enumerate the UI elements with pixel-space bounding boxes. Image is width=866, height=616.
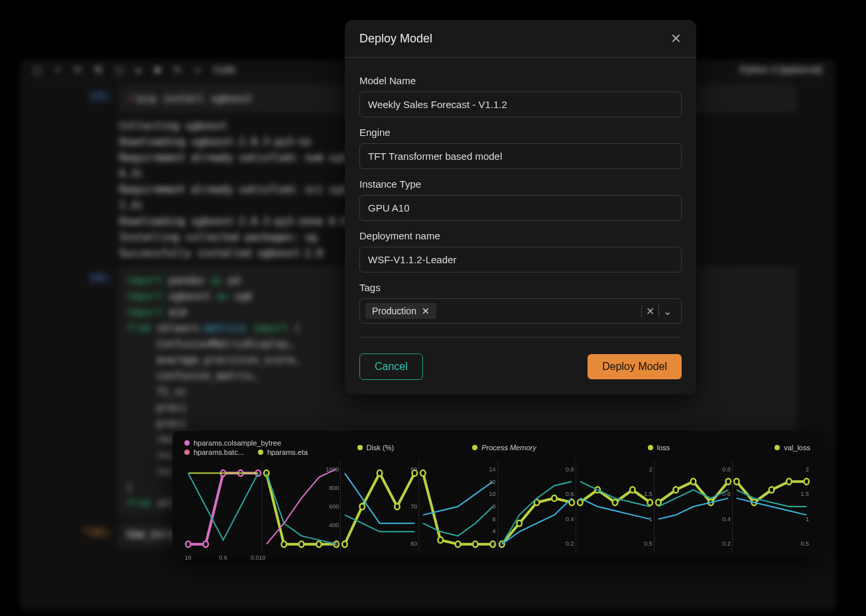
cell-prompt: [3]: xyxy=(73,86,113,261)
kernel-indicator[interactable]: Python 3 (ipykernel) xyxy=(739,64,822,75)
svg-point-6 xyxy=(282,541,286,547)
svg-point-16 xyxy=(438,537,443,543)
clear-tags-icon[interactable]: ✕ xyxy=(641,305,658,318)
svg-point-38 xyxy=(786,479,791,485)
chart-panel: 160.60.019 xyxy=(184,460,262,553)
code-dropdown[interactable]: Code xyxy=(213,64,235,75)
svg-point-17 xyxy=(456,541,460,547)
restart-icon[interactable]: ↻ xyxy=(174,64,182,75)
chart-panel: 21.510.5 xyxy=(576,460,654,553)
chart-panel: 21.510.5 xyxy=(732,460,810,553)
svg-point-23 xyxy=(552,495,556,501)
chart-panel: 807060 xyxy=(340,460,418,553)
cut-icon[interactable]: ✕ xyxy=(74,64,82,75)
svg-point-7 xyxy=(299,541,304,547)
svg-point-30 xyxy=(656,499,660,505)
svg-point-11 xyxy=(360,504,365,510)
instance-type-label: Instance Type xyxy=(359,178,682,190)
cell-prompt: [4]: xyxy=(73,268,113,516)
deployment-name-label: Deployment name xyxy=(359,230,682,241)
paste-icon[interactable]: ▢ xyxy=(115,64,123,75)
chart-panel: 1412108642 xyxy=(418,460,497,553)
cell-prompt: *[6]: xyxy=(73,523,113,548)
save-icon[interactable]: ▢ xyxy=(33,64,42,75)
svg-point-37 xyxy=(769,487,774,493)
svg-point-35 xyxy=(734,479,739,485)
tags-input[interactable]: Production ✕ ✕ ⌄ xyxy=(359,298,682,324)
svg-point-1 xyxy=(203,541,208,547)
svg-point-10 xyxy=(342,541,347,547)
chart-panel: 0.80.60.40.2 xyxy=(497,460,576,553)
svg-point-8 xyxy=(316,541,321,547)
svg-point-32 xyxy=(691,479,696,485)
copy-icon[interactable]: ⧉ xyxy=(95,64,101,75)
svg-point-0 xyxy=(186,541,190,547)
svg-point-34 xyxy=(725,479,730,485)
chart-panel: 0.80.60.40.2 xyxy=(654,460,732,553)
svg-point-27 xyxy=(612,499,617,505)
svg-point-28 xyxy=(630,487,635,493)
deployment-name-input[interactable] xyxy=(359,247,682,273)
stop-icon[interactable]: ■ xyxy=(155,64,160,75)
model-name-label: Model Name xyxy=(359,75,682,86)
svg-point-5 xyxy=(264,470,269,476)
svg-point-29 xyxy=(647,499,652,505)
chart-panel: 1000800600400200 xyxy=(262,460,340,553)
deploy-button[interactable]: Deploy Model xyxy=(588,354,682,379)
engine-input[interactable] xyxy=(359,143,682,169)
close-icon[interactable]: ✕ xyxy=(670,31,682,46)
modal-title: Deploy Model xyxy=(359,32,432,46)
svg-point-15 xyxy=(420,470,425,476)
tag-pill[interactable]: Production ✕ xyxy=(365,303,436,319)
instance-type-input[interactable] xyxy=(359,195,682,221)
tags-label: Tags xyxy=(359,282,682,293)
svg-point-31 xyxy=(673,487,678,493)
svg-point-39 xyxy=(804,479,808,485)
fastforward-icon[interactable]: » xyxy=(195,64,200,75)
svg-point-25 xyxy=(578,499,582,505)
run-icon[interactable]: ▸ xyxy=(137,64,141,75)
tag-label: Production xyxy=(372,306,416,316)
model-name-input[interactable] xyxy=(359,92,682,117)
svg-point-13 xyxy=(395,504,399,510)
svg-point-12 xyxy=(377,470,382,476)
add-icon[interactable]: + xyxy=(55,64,60,75)
cancel-button[interactable]: Cancel xyxy=(359,353,423,380)
chart-legend: hparams.colsample_bytree hparams.batc...… xyxy=(184,439,810,456)
metrics-chart-strip: hparams.colsample_bytree hparams.batc...… xyxy=(172,431,822,557)
deploy-model-modal: Deploy Model ✕ Model Name Engine Instanc… xyxy=(345,20,696,395)
svg-point-21 xyxy=(517,521,521,526)
tag-remove-icon[interactable]: ✕ xyxy=(422,306,430,316)
engine-label: Engine xyxy=(359,127,682,138)
svg-point-18 xyxy=(473,541,478,547)
chevron-down-icon[interactable]: ⌄ xyxy=(658,305,676,318)
divider xyxy=(359,337,682,338)
